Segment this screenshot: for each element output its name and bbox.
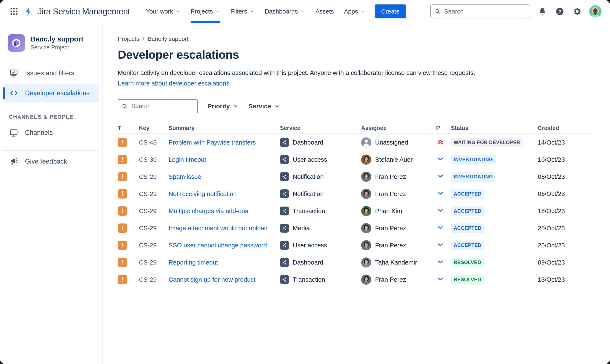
issue-summary-link[interactable]: Cannot sign up for new product <box>169 276 256 283</box>
jira-logo-icon[interactable] <box>24 7 33 16</box>
top-bar: Jira Service Management Your work Projec… <box>0 0 610 23</box>
assignee-avatar <box>361 155 371 165</box>
project-avatar <box>8 34 25 52</box>
search-icon <box>435 8 441 15</box>
project-header: Banc.ly support Service Project <box>0 34 103 52</box>
notifications-bell-icon[interactable] <box>537 6 548 17</box>
priority-low-icon <box>436 206 445 215</box>
created-date: 13/Oct/23 <box>538 276 593 283</box>
status-badge: INVESTIGATING <box>451 155 496 164</box>
issue-summary-link[interactable]: Spam issue <box>169 173 201 180</box>
issue-key: CS-29 <box>139 242 169 249</box>
sidebar-divider <box>3 150 99 151</box>
status-badge: RESOLVED <box>451 258 484 267</box>
table-body: ! CS-43 Problem with Paywise transfers D… <box>118 134 593 288</box>
priority-low-icon <box>436 240 445 249</box>
nav-assets[interactable]: Assets <box>310 0 339 23</box>
issue-summary-link[interactable]: Image attachment would not upload <box>169 224 268 232</box>
sidebar-item-label: Channels <box>25 129 53 136</box>
issue-key: CS-29 <box>139 190 169 197</box>
column-header-created: Created <box>538 125 593 131</box>
escalations-table: T Key Summary Service Assignee P Status … <box>118 123 593 288</box>
issue-key: CS-30 <box>139 156 169 163</box>
help-icon[interactable]: ? <box>555 6 565 17</box>
service-name: Notification <box>293 173 324 180</box>
megaphone-icon <box>9 157 19 166</box>
created-date: 25/Oct/23 <box>538 242 593 249</box>
chevron-down-icon <box>175 9 180 14</box>
column-header-status: Status <box>451 125 538 131</box>
issue-summary-link[interactable]: Not receiving notification <box>169 190 237 197</box>
column-header-priority: P <box>436 125 451 131</box>
status-badge: ACCEPTED <box>451 223 484 233</box>
breadcrumb-project-link[interactable]: Banc.ly support <box>148 36 189 42</box>
nav-apps[interactable]: Apps <box>339 0 370 23</box>
nav-label: Dashboards <box>265 8 298 15</box>
chevron-down-icon <box>360 9 365 14</box>
table-row: ! CS-29 Reporting timeout Dashboard <box>118 254 593 271</box>
table-search[interactable] <box>118 99 198 113</box>
user-avatar[interactable] <box>589 5 601 18</box>
nav-label: Filters <box>230 8 247 15</box>
table-search-input[interactable] <box>131 103 194 110</box>
app-switcher-icon[interactable] <box>9 6 19 17</box>
nav-dashboards[interactable]: Dashboards <box>260 0 310 23</box>
global-search-input[interactable] <box>444 8 526 15</box>
sidebar-item-channels[interactable]: Channels <box>3 123 99 142</box>
priority-low-icon <box>436 258 445 266</box>
created-date: 08/Oct/23 <box>538 173 593 180</box>
priority-low-icon <box>436 172 445 180</box>
service-filter-dropdown[interactable]: Service <box>248 103 280 110</box>
settings-gear-icon[interactable] <box>572 6 583 17</box>
sidebar-item-label: Developer escalations <box>25 89 90 97</box>
table-row: ! CS-29 Cannot sign up for new product T… <box>118 271 593 288</box>
sidebar-item-issues-and-filters[interactable]: Issues and filters <box>3 64 99 82</box>
sidebar-item-give-feedback[interactable]: Give feedback <box>3 152 99 171</box>
priority-filter-dropdown[interactable]: Priority <box>208 103 239 110</box>
issue-key: CS-29 <box>139 173 169 180</box>
global-search[interactable] <box>430 4 530 18</box>
nav-your-work[interactable]: Your work <box>141 0 186 23</box>
chevron-down-icon <box>215 9 220 14</box>
search-icon <box>122 103 128 110</box>
table-header-row: T Key Summary Service Assignee P Status … <box>118 123 593 134</box>
priority-highest-icon <box>436 138 445 146</box>
sidebar-section-label: CHANNELS & PEOPLE <box>9 114 103 120</box>
issue-summary-link[interactable]: Problem with Paywise transfers <box>169 139 256 146</box>
nav-projects[interactable]: Projects <box>186 0 225 23</box>
assignee-name: Fran Perez <box>375 276 406 283</box>
project-name: Banc.ly support <box>30 35 83 43</box>
nav-label: Assets <box>315 8 334 15</box>
issue-summary-link[interactable]: Login timeout <box>169 156 206 163</box>
incident-type-icon: ! <box>118 172 127 181</box>
page-title: Developer escalations <box>118 48 593 61</box>
issue-summary-link[interactable]: Multiple charges via add-ons <box>169 208 248 214</box>
service-name: User access <box>293 156 327 163</box>
column-header-summary: Summary <box>169 125 280 131</box>
chevron-down-icon <box>233 103 239 109</box>
created-date: 25/Oct/23 <box>538 224 593 232</box>
issue-summary-link[interactable]: Reporting timeout <box>169 259 218 266</box>
nav-filters[interactable]: Filters <box>225 0 260 23</box>
service-share-icon <box>280 224 289 233</box>
column-header-service: Service <box>280 125 361 131</box>
create-button[interactable]: Create <box>375 4 406 18</box>
service-share-icon <box>280 138 289 147</box>
assignee-avatar <box>361 137 371 147</box>
app-title: Jira Service Management <box>38 7 130 16</box>
sidebar-item-developer-escalations[interactable]: Developer escalations <box>3 84 99 103</box>
assignee-avatar <box>361 223 371 233</box>
status-badge: INVESTIGATING <box>451 172 496 182</box>
breadcrumb-projects-link[interactable]: Projects <box>118 36 139 42</box>
service-share-icon <box>280 275 289 284</box>
created-date: 06/Oct/23 <box>538 190 593 197</box>
nav-label: Your work <box>146 8 173 15</box>
learn-more-link[interactable]: Learn more about developer escalations <box>118 80 229 87</box>
table-row: ! CS-29 Spam issue Notification <box>118 168 593 185</box>
top-bar-right: ? <box>430 4 601 18</box>
sidebar-item-label: Give feedback <box>25 158 67 165</box>
issue-summary-link[interactable]: SSO user cannot change password <box>169 242 267 249</box>
sidebar-nav-feedback: Give feedback <box>0 152 103 171</box>
column-header-type: T <box>118 125 139 131</box>
sidebar: Banc.ly support Service Project Issues a… <box>0 23 103 364</box>
